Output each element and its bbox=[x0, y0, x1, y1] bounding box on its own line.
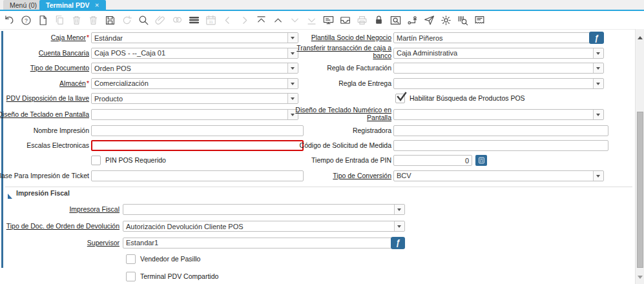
plantilla-socio-input[interactable]: Martín Piñeros bbox=[393, 32, 604, 43]
tipo-conversion-value: BCV bbox=[394, 172, 593, 179]
impresora-fiscal-combo[interactable] bbox=[123, 204, 405, 215]
help-icon[interactable]: ? bbox=[19, 14, 33, 27]
habilitar-busqueda-checkbox[interactable] bbox=[395, 94, 405, 103]
tab-menu-label: Menú (0) bbox=[10, 1, 37, 9]
almacen-combo[interactable]: Comercialización bbox=[91, 78, 298, 89]
check-icon bbox=[396, 92, 407, 103]
transferir-caja-label[interactable]: Transferir transacción de caja a banco bbox=[278, 45, 391, 59]
caja-menor-label[interactable]: Caja Menor* bbox=[0, 32, 89, 43]
tipo-conversion-label[interactable]: Tipo de Conversión bbox=[278, 170, 391, 181]
codigo-medida-label: Código de Solicitud de Medida bbox=[278, 140, 391, 151]
tiempo-pin-value: 0 bbox=[394, 157, 472, 165]
teclado-numerico-label[interactable]: Diseño de Teclado Numérico en Pantalla bbox=[278, 107, 391, 121]
tiempo-pin-input[interactable]: 0 bbox=[393, 155, 472, 166]
teclado-pantalla-combo[interactable] bbox=[91, 109, 298, 120]
tipo-conversion-combo[interactable]: BCV bbox=[393, 170, 604, 181]
dropdown-arrow-icon[interactable] bbox=[287, 94, 298, 103]
undo-icon[interactable] bbox=[3, 14, 16, 27]
section-collapse-icon[interactable] bbox=[7, 190, 13, 202]
record-editor-icon: ƒ bbox=[594, 34, 599, 43]
terminal-compartido-checkbox[interactable] bbox=[126, 272, 136, 281]
dropdown-arrow-icon[interactable] bbox=[593, 171, 603, 181]
copy-record-icon bbox=[53, 14, 67, 27]
codigo-medida-input[interactable] bbox=[393, 140, 608, 151]
save-icon[interactable] bbox=[103, 14, 117, 27]
teclado-numerico-combo[interactable] bbox=[393, 109, 604, 120]
previous-record-icon[interactable] bbox=[271, 14, 285, 27]
process-icon[interactable] bbox=[439, 14, 453, 27]
registradora-input[interactable] bbox=[393, 125, 608, 136]
impresora-fiscal-label[interactable]: Impresora Fiscal bbox=[0, 204, 119, 215]
new-record-icon[interactable] bbox=[36, 14, 50, 27]
requests-icon[interactable] bbox=[422, 14, 436, 27]
report-icon[interactable] bbox=[322, 14, 335, 27]
required-asterisk: * bbox=[87, 32, 89, 43]
tipo-documento-combo[interactable]: Orden POS bbox=[91, 63, 298, 74]
section-title: Impresión Fiscal bbox=[16, 189, 70, 197]
tipo-documento-label[interactable]: Tipo de Documento bbox=[0, 63, 89, 74]
almacen-label[interactable]: Almacén* bbox=[0, 78, 89, 89]
tab-terminal-pdv[interactable]: Terminal PDV ✕ bbox=[39, 0, 106, 10]
terminal-compartido-label: Terminal PDV Compartido bbox=[140, 272, 218, 281]
chat-icon bbox=[171, 14, 184, 27]
caja-menor-combo[interactable]: Estándar bbox=[91, 32, 298, 43]
transferir-caja-value: Caja Administrativa bbox=[394, 49, 593, 57]
scrollbar[interactable] bbox=[635, 29, 644, 284]
pdv-disposicion-combo[interactable]: Producto bbox=[91, 93, 298, 104]
dropdown-arrow-icon[interactable] bbox=[593, 63, 603, 73]
transferir-caja-combo[interactable]: Caja Administrativa bbox=[393, 48, 604, 59]
regla-entrega-combo[interactable] bbox=[393, 78, 604, 89]
nombre-impresion-input[interactable] bbox=[91, 125, 304, 136]
tipo-doc-devolucion-combo[interactable]: Autorización Devolución Cliente POS bbox=[123, 221, 405, 232]
vendedor-pasillo-checkbox[interactable] bbox=[126, 254, 136, 264]
tipo-doc-devolucion-label[interactable]: Tipo de Doc. de Orden de Devolución bbox=[0, 221, 119, 232]
tab-menu[interactable]: Menú (0) bbox=[3, 0, 43, 10]
scroll-down-icon[interactable] bbox=[636, 272, 644, 283]
almacen-value: Comercialización bbox=[92, 79, 287, 87]
dropdown-arrow-icon[interactable] bbox=[593, 48, 603, 58]
pin-pos-requerido-checkbox[interactable] bbox=[91, 156, 101, 165]
close-tab-icon[interactable]: ✕ bbox=[95, 2, 99, 8]
print-icon bbox=[355, 14, 369, 27]
calculator-icon bbox=[478, 157, 485, 164]
pdv-disposicion-value: Producto bbox=[92, 95, 287, 103]
tiempo-pin-label: Tiempo de Entrada de PIN bbox=[278, 155, 391, 166]
pin-pos-requerido-label: PIN POS Requerido bbox=[105, 156, 166, 165]
cuenta-bancaria-label[interactable]: Cuenta Bancaria bbox=[0, 48, 89, 59]
plantilla-socio-label[interactable]: Plantilla Socio del Negocio bbox=[278, 32, 391, 43]
teclado-pantalla-label[interactable]: Diseño de Teclado en Pantalla bbox=[0, 109, 89, 120]
escalas-electronicas-input[interactable] bbox=[91, 140, 304, 151]
grid-toggle-icon[interactable] bbox=[187, 14, 201, 27]
tiempo-pin-calculator-button[interactable] bbox=[475, 155, 487, 166]
supervisor-search-button[interactable]: ƒ bbox=[391, 237, 405, 249]
workflow-icon[interactable] bbox=[406, 14, 419, 27]
private-record-lock-icon[interactable] bbox=[372, 14, 386, 27]
regla-facturacion-combo[interactable] bbox=[393, 63, 604, 74]
find-icon[interactable] bbox=[137, 14, 151, 27]
supervisor-label[interactable]: Supervisor bbox=[0, 238, 119, 249]
cuenta-bancaria-combo[interactable]: Caja POS - --_Caja 01 bbox=[91, 48, 298, 59]
dropdown-arrow-icon[interactable] bbox=[593, 79, 603, 88]
delete-record-icon bbox=[70, 14, 83, 27]
pos-ticket-icon[interactable] bbox=[473, 14, 486, 27]
content-divider bbox=[0, 29, 635, 30]
first-record-icon[interactable] bbox=[254, 14, 268, 27]
product-info-icon[interactable] bbox=[456, 14, 470, 27]
pdv-disposicion-label[interactable]: PDV Disposición de la llave bbox=[0, 93, 89, 104]
archive-icon[interactable] bbox=[338, 14, 352, 27]
history-icon: 31 bbox=[204, 14, 218, 27]
scroll-up-icon[interactable] bbox=[636, 33, 644, 43]
dropdown-arrow-icon[interactable] bbox=[394, 221, 404, 231]
dropdown-arrow-icon[interactable] bbox=[394, 205, 404, 214]
parent-record-icon bbox=[221, 14, 234, 27]
detail-record-icon bbox=[238, 14, 251, 27]
scrollbar-thumb[interactable] bbox=[637, 112, 643, 268]
vendedor-pasillo-label: Vendedor de Pasillo bbox=[140, 254, 200, 264]
clase-ticket-input[interactable] bbox=[91, 170, 304, 181]
plantilla-socio-search-button[interactable]: ƒ bbox=[589, 32, 604, 44]
tipo-doc-devolucion-value: Autorización Devolución Cliente POS bbox=[123, 223, 394, 230]
supervisor-input[interactable]: Estandar1 bbox=[123, 238, 405, 249]
zoom-across-icon[interactable] bbox=[389, 14, 402, 27]
dropdown-arrow-icon[interactable] bbox=[593, 110, 603, 119]
terminal-pdv-window: Menú (0) Terminal PDV ✕ ?31 Caja Menor* … bbox=[0, 0, 644, 284]
